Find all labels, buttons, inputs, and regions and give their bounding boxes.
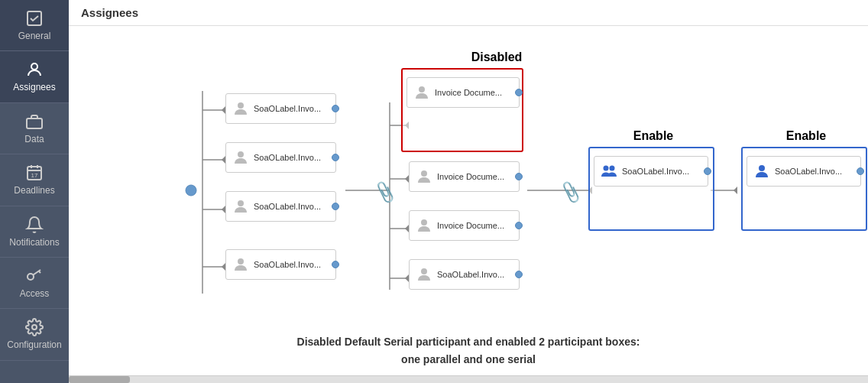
- person-blue-icon-p10: [753, 163, 770, 180]
- calendar-icon: 17: [25, 164, 44, 182]
- svg-point-1: [31, 63, 37, 70]
- person-icon-p4: [232, 256, 249, 273]
- person-icon-p5: [413, 84, 430, 101]
- enabled-group-2: SoaOLabel.Invo...: [741, 147, 867, 231]
- briefcase-icon: [25, 112, 44, 131]
- participant-box-p9[interactable]: SoaOLabel.Invo...: [594, 156, 708, 187]
- person-icon-p6: [416, 168, 432, 185]
- participant-dot-p5: [515, 89, 523, 96]
- participant-dot-p7: [515, 222, 523, 229]
- participant-label-p10: SoaOLabel.Invo...: [775, 167, 842, 176]
- bottom-text-line2: one parallel and one serial: [69, 351, 868, 368]
- key-icon: [25, 267, 44, 285]
- clip-icon-1: 📎: [372, 180, 397, 205]
- enabled-label-1: Enable: [592, 129, 714, 143]
- sidebar-item-access[interactable]: Access: [0, 258, 69, 309]
- sidebar-item-assignees[interactable]: Assignees: [0, 51, 69, 102]
- participant-box-p7[interactable]: Invoice Docume...: [409, 210, 520, 241]
- person-icon-p7: [416, 217, 432, 234]
- sidebar-item-label-configuration: Configuration: [7, 339, 61, 350]
- participant-dot-p4: [332, 261, 339, 268]
- sidebar-item-label-assignees: Assignees: [13, 82, 55, 93]
- diagram-canvas[interactable]: Disabled Enable Enable SoaOLabel.Invo...…: [69, 26, 868, 383]
- checkbox-icon: [25, 9, 44, 28]
- participant-box-p1[interactable]: SoaOLabel.Invo...: [225, 93, 336, 124]
- svg-point-46: [604, 166, 609, 171]
- sidebar-item-label-deadlines: Deadlines: [14, 185, 54, 196]
- person-icon-p8: [416, 266, 432, 283]
- bottom-text-line1: Disabled Default Serial participant and …: [69, 333, 868, 350]
- svg-point-47: [610, 166, 615, 171]
- participant-box-p2[interactable]: SoaOLabel.Invo...: [225, 142, 336, 173]
- clip-icon-2: 📎: [558, 180, 583, 205]
- participant-box-p5[interactable]: Invoice Docume...: [406, 77, 520, 108]
- page-header: Assignees: [69, 0, 868, 26]
- bell-icon: [25, 216, 44, 234]
- participant-label-p6: Invoice Docume...: [437, 172, 504, 181]
- svg-point-37: [186, 185, 196, 196]
- svg-point-11: [32, 325, 37, 329]
- participant-dot-p6: [515, 173, 523, 180]
- svg-text:17: 17: [31, 172, 38, 179]
- svg-point-38: [238, 102, 244, 109]
- participant-dot-p3: [332, 203, 339, 210]
- bottom-description: Disabled Default Serial participant and …: [69, 333, 868, 368]
- person-icon-p2: [232, 149, 249, 166]
- main-content: Assignees: [69, 0, 868, 383]
- sidebar: General Assignees Data 17 Deadlines: [0, 0, 69, 383]
- sidebar-item-label-data: Data: [24, 134, 44, 144]
- sidebar-item-configuration[interactable]: Configuration: [0, 309, 69, 360]
- svg-point-41: [238, 258, 244, 265]
- sidebar-item-deadlines[interactable]: 17 Deadlines: [0, 154, 69, 206]
- disabled-group: Invoice Docume...: [401, 68, 523, 152]
- participant-label-p7: Invoice Docume...: [437, 221, 504, 230]
- svg-point-40: [238, 200, 244, 206]
- participant-label-p5: Invoice Docume...: [435, 88, 502, 97]
- sidebar-item-general[interactable]: General: [0, 0, 69, 51]
- participant-label-p8: SoaOLabel.Invo...: [437, 270, 504, 279]
- svg-rect-2: [27, 118, 42, 128]
- participant-dot-p2: [332, 154, 339, 161]
- sidebar-item-label-general: General: [18, 31, 51, 41]
- participant-dot-p9: [704, 167, 711, 175]
- participant-box-p4[interactable]: SoaOLabel.Invo...: [225, 249, 336, 280]
- sidebar-item-data[interactable]: Data: [0, 103, 69, 154]
- participant-label-p4: SoaOLabel.Invo...: [254, 260, 321, 269]
- enabled-group-1: SoaOLabel.Invo...: [588, 147, 714, 231]
- svg-point-44: [421, 219, 427, 226]
- participant-label-p1: SoaOLabel.Invo...: [254, 104, 321, 113]
- gear-icon: [25, 318, 44, 336]
- svg-point-39: [238, 151, 244, 157]
- horizontal-scrollbar[interactable]: [69, 375, 868, 383]
- svg-point-42: [419, 86, 425, 93]
- svg-point-43: [421, 170, 427, 177]
- svg-line-10: [39, 271, 40, 273]
- participant-box-p6[interactable]: Invoice Docume...: [409, 161, 520, 192]
- sidebar-item-notifications[interactable]: Notifications: [0, 206, 69, 258]
- svg-point-45: [421, 268, 427, 274]
- person-icon-p3: [232, 198, 249, 215]
- sidebar-item-label-notifications: Notifications: [9, 237, 59, 248]
- svg-point-8: [28, 274, 34, 280]
- participant-dot-p1: [332, 105, 339, 112]
- participant-label-p3: SoaOLabel.Invo...: [254, 202, 321, 211]
- svg-marker-36: [734, 187, 737, 194]
- scrollbar-thumb[interactable]: [69, 376, 130, 383]
- participant-label-p2: SoaOLabel.Invo...: [254, 153, 321, 162]
- disabled-label: Disabled: [436, 50, 558, 64]
- participant-dot-p8: [515, 271, 523, 278]
- person-icon-p1: [232, 100, 249, 117]
- participant-dot-p10: [857, 167, 864, 175]
- participant-box-p10[interactable]: SoaOLabel.Invo...: [747, 156, 861, 187]
- sidebar-item-label-access: Access: [20, 288, 50, 299]
- enabled-label-2: Enable: [745, 129, 867, 143]
- person-icon: [25, 60, 44, 79]
- participant-box-p8[interactable]: SoaOLabel.Invo...: [409, 259, 520, 290]
- group-icon-p9: [601, 163, 617, 180]
- svg-point-48: [759, 165, 765, 171]
- participant-label-p9: SoaOLabel.Invo...: [622, 167, 689, 176]
- participant-box-p3[interactable]: SoaOLabel.Invo...: [225, 191, 336, 222]
- page-title: Assignees: [81, 6, 138, 19]
